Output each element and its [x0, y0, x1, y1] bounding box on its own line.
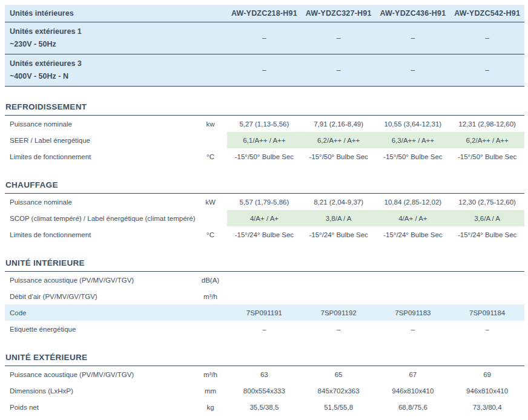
value-cell: – — [376, 66, 450, 74]
value-cell: 63 — [227, 366, 302, 382]
value-cell — [227, 288, 302, 304]
value-cell: 845x702x363 — [302, 382, 376, 399]
unit-cell — [194, 321, 227, 337]
spec-row-puissance-nominale: Puissance nominalekw5,27 (1,13-5,56)7,91… — [5, 116, 524, 132]
unit-cell — [194, 132, 227, 148]
value-cell: – — [302, 321, 376, 337]
value-cell: 12,31 (2,98-12,60) — [450, 116, 524, 132]
value-cell — [450, 288, 524, 304]
row-label: Puissance acoustique (PV/MV/GV/TGV) — [5, 272, 194, 288]
spec-row-limites-de-fonctionnement: Limites de fonctionnement°C-15°/50° Bulb… — [5, 148, 524, 165]
value-cell: 10,84 (2,85-12,02) — [376, 194, 450, 210]
value-cell — [376, 272, 450, 288]
outdoor-units-3-title: Unités extérieures 3 — [10, 57, 227, 70]
value-cell: – — [450, 34, 524, 42]
value-cell: 7,91 (2,16-8,49) — [302, 116, 376, 132]
value-cell: 6,2/A++ / A++ — [302, 132, 376, 148]
section-title: REFROIDISSEMENT — [5, 103, 524, 111]
spec-row-etiquette-energetique: Etiquette énergétique–––– — [5, 321, 524, 337]
spec-row-seer-label-energetique: SEER / Label énergétique6,1/A++ / A++6,2… — [5, 132, 524, 148]
value-cell: 3,6/A / A — [450, 210, 524, 226]
section-refroidissement: REFROIDISSEMENTPuissance nominalekw5,27 … — [5, 103, 524, 165]
spec-row-puissance-acoustique-pv-mv-gv-tgv: Puissance acoustique (PV/MV/GV/TGV)m³/h6… — [5, 366, 524, 382]
value-cell: 51,5/55,8 — [302, 399, 376, 415]
value-cell: 6,3/A++ / A++ — [376, 132, 450, 148]
outdoor-units-3-power: ~400V - 50Hz - N — [10, 70, 227, 83]
value-cell: 65 — [302, 366, 376, 382]
row-label: Limites de fonctionnement — [5, 226, 194, 243]
value-cell: 7SP091183 — [376, 304, 450, 321]
value-cell: 7SP091184 — [450, 304, 524, 321]
section-chauffage: CHAUFFAGEPuissance nominalekW5,57 (1,79-… — [5, 181, 524, 243]
row-label: SEER / Label énergétique — [5, 132, 194, 148]
unit-cell: kW — [194, 194, 227, 210]
spec-sections: REFROIDISSEMENTPuissance nominalekw5,27 … — [5, 103, 524, 415]
value-cell: – — [302, 66, 376, 74]
value-cell — [376, 288, 450, 304]
value-cell: 3,8/A / A — [302, 210, 376, 226]
indoor-units-label: Unités intérieures — [5, 9, 227, 18]
value-cell: – — [227, 34, 302, 42]
section-title: CHAUFFAGE — [5, 181, 524, 189]
value-cell: – — [227, 321, 302, 337]
value-cell: 4/A+ / A+ — [376, 210, 450, 226]
spec-row-limites-de-fonctionnement: Limites de fonctionnement°C-15°/24° Bulb… — [5, 226, 524, 243]
value-cell — [302, 272, 376, 288]
outdoor-units-1-row: Unités extérieures 1 ~230V - 50Hz – – – … — [5, 22, 524, 54]
value-cell: 6,1/A++ / A++ — [227, 132, 302, 148]
value-cell: 5,27 (1,13-5,56) — [227, 116, 302, 132]
unit-cell: m³/h — [194, 366, 227, 382]
value-cell: 35,5/38,5 — [227, 399, 302, 415]
value-cell — [227, 272, 302, 288]
unit-cell: dB(A) — [194, 272, 227, 288]
value-cell: 5,57 (1,79-5,86) — [227, 194, 302, 210]
value-cell: 12,30 (2,75-12,60) — [450, 194, 524, 210]
value-cell: 4/A+ / A+ — [227, 210, 302, 226]
value-cell: -15°/24° Bulbe Sec — [450, 226, 524, 243]
model-column-header: AW-YDZC436-H91 — [376, 9, 450, 18]
value-cell: 73,3/80,4 — [450, 399, 524, 415]
spec-row-poids-net: Poids netkg35,5/38,551,5/55,868,8/75,673… — [5, 399, 524, 415]
value-cell: – — [376, 321, 450, 337]
outdoor-units-1-label: Unités extérieures 1 ~230V - 50Hz — [5, 25, 227, 51]
unit-cell — [194, 304, 227, 321]
value-cell: – — [376, 34, 450, 42]
value-cell: 68,8/75,6 — [376, 399, 450, 415]
value-cell — [450, 272, 524, 288]
spec-row-puissance-nominale: Puissance nominalekW5,57 (1,79-5,86)8,21… — [5, 194, 524, 210]
model-column-header: AW-YDZC542-H91 — [450, 9, 524, 18]
value-cell: -15°/50° Bulbe Sec — [302, 148, 376, 165]
unit-cell: m³/h — [194, 288, 227, 304]
row-label: Code — [5, 304, 194, 321]
value-cell: -15°/50° Bulbe Sec — [376, 148, 450, 165]
row-label: Puissance nominale — [5, 194, 194, 210]
row-label: Puissance acoustique (PV/MV/GV/TGV) — [5, 366, 194, 382]
value-cell: – — [227, 66, 302, 74]
indoor-units-header-row: Unités intérieures AW-YDZC218-H91 AW-YDZ… — [5, 5, 524, 22]
value-cell: – — [450, 66, 524, 74]
model-column-header: AW-YDZC218-H91 — [227, 9, 302, 18]
row-label: Débit d'air (PV/MV/GV/TGV) — [5, 288, 194, 304]
value-cell: -15°/50° Bulbe Sec — [227, 148, 302, 165]
value-cell: 7SP091192 — [302, 304, 376, 321]
unit-cell: mm — [194, 382, 227, 399]
outdoor-units-3-label: Unités extérieures 3 ~400V - 50Hz - N — [5, 57, 227, 83]
value-cell — [302, 288, 376, 304]
value-cell: 67 — [376, 366, 450, 382]
row-label: SCOP (climat tempéré) / Label énergétiqu… — [5, 210, 194, 226]
value-cell: -15°/24° Bulbe Sec — [227, 226, 302, 243]
section-unite-exterieure: UNITÉ EXTÉRIEUREPuissance acoustique (PV… — [5, 353, 524, 415]
value-cell: 8,21 (2,04-9,37) — [302, 194, 376, 210]
section-title: UNITÉ EXTÉRIEURE — [5, 353, 524, 362]
section-unite-interieure: UNITÉ INTÉRIEUREPuissance acoustique (PV… — [5, 259, 524, 337]
model-column-header: AW-YDZC327-H91 — [302, 9, 376, 18]
value-cell: 10,55 (3,64-12,31) — [376, 116, 450, 132]
row-label: Dimensions (LxHxP) — [5, 382, 194, 399]
outdoor-units-1-title: Unités extérieures 1 — [10, 25, 227, 38]
value-cell: 7SP091191 — [227, 304, 302, 321]
unit-cell: kg — [194, 399, 227, 415]
value-cell: – — [302, 34, 376, 42]
unit-cell: °C — [194, 148, 227, 165]
spec-row-dimensions-lxhxp: Dimensions (LxHxP)mm800x554x333845x702x3… — [5, 382, 524, 399]
value-cell: -15°/50° Bulbe Sec — [450, 148, 524, 165]
